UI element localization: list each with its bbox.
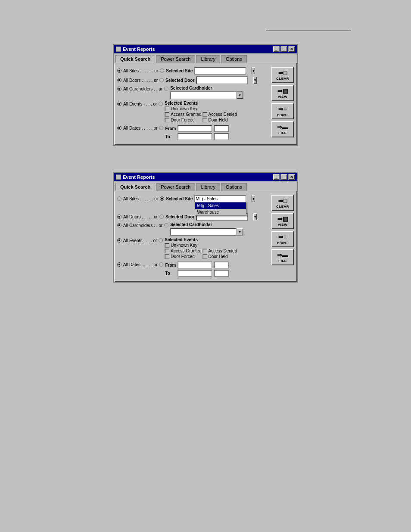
file-btn-1[interactable]: ⇒▬ FILE: [271, 121, 294, 137]
radio-selected-dates-2[interactable]: [159, 262, 163, 267]
to-date-input-1[interactable]: [177, 133, 212, 140]
door-held-label-2: Door Held: [209, 254, 228, 259]
to-time-input-1[interactable]: [214, 133, 229, 140]
cardholder-input-2[interactable]: [171, 230, 236, 234]
radio-selected-dates-1[interactable]: [159, 126, 163, 130]
clear-btn-2[interactable]: ⇒□ CLEAR: [271, 195, 294, 211]
close-btn-2[interactable]: ✕: [288, 174, 295, 180]
door-combo-arrow-1[interactable]: ▼: [253, 77, 257, 84]
view-btn-1[interactable]: ⇒▤ VIEW: [271, 85, 294, 101]
tab-power-search-2[interactable]: Power Search: [156, 183, 195, 191]
dropdown-item-mfg-sales[interactable]: Mfg - Sales: [195, 202, 246, 209]
site-input-1[interactable]: [195, 68, 251, 73]
to-date-input-2[interactable]: [177, 270, 212, 277]
maximize-btn-1[interactable]: □: [280, 46, 287, 52]
file-btn-2[interactable]: ⇒▬ FILE: [271, 249, 294, 265]
door-combo-arrow-2[interactable]: ▼: [253, 213, 257, 220]
radio-selected-cardholder-2[interactable]: [164, 223, 168, 227]
checkbox-unknown-key-2[interactable]: [165, 243, 169, 248]
radio-all-dates-1[interactable]: [117, 126, 121, 130]
tab-quick-search-1[interactable]: Quick Search: [115, 55, 155, 63]
event-reports-window-2: Event Reports _ □ ✕ Quick Search Power S…: [113, 172, 298, 283]
view-icon-2: ⇒▤: [277, 216, 288, 222]
radio-selected-events-2[interactable]: [159, 238, 163, 243]
door-combo-1[interactable]: ▼: [196, 76, 248, 84]
cardholder-combo-1[interactable]: ▼: [170, 91, 243, 99]
selected-cardholder-label-2: Selected Cardholder: [170, 222, 243, 227]
from-time-input-2[interactable]: [214, 261, 229, 268]
door-forced-label-1: Door Forced: [171, 118, 195, 122]
maximize-btn-2[interactable]: □: [280, 174, 287, 180]
all-cardholders-label-1: All Cardholders . . or: [123, 87, 162, 91]
radio-selected-door-2[interactable]: [159, 215, 164, 219]
file-label-2: FILE: [278, 259, 286, 263]
tab-power-search-1[interactable]: Power Search: [156, 55, 195, 63]
access-granted-label-2: Access Granted: [171, 249, 201, 253]
print-btn-1[interactable]: ⇒≡ PRINT: [271, 103, 294, 119]
tab-bar-1: Quick Search Power Search Library Option…: [114, 53, 297, 63]
dropdown-item-warehouse[interactable]: Warehouse: [195, 209, 246, 215]
checkbox-door-held-2[interactable]: [202, 254, 207, 259]
clear-btn-1[interactable]: ⇒□ CLEAR: [271, 67, 294, 83]
from-time-input-1[interactable]: [214, 125, 229, 132]
view-btn-2[interactable]: ⇒▤ VIEW: [271, 213, 294, 229]
radio-selected-door-1[interactable]: [159, 78, 164, 82]
radio-selected-cardholder-1[interactable]: [164, 87, 168, 91]
to-label-2: To: [165, 271, 176, 276]
window-icon-2: [116, 174, 121, 180]
close-btn-1[interactable]: ✕: [288, 46, 295, 52]
tab-library-2[interactable]: Library: [196, 183, 220, 191]
clear-label-1: CLEAR: [276, 77, 289, 81]
radio-selected-events-1[interactable]: [159, 102, 163, 106]
site-combo-2[interactable]: ▼ Mfg - Sales Warehouse: [194, 195, 246, 202]
door-input-1[interactable]: [196, 78, 253, 83]
tab-library-1[interactable]: Library: [196, 55, 220, 63]
radio-all-events-2[interactable]: [117, 238, 121, 243]
site-combo-1[interactable]: ▼: [194, 67, 246, 75]
checkbox-access-denied-1[interactable]: [202, 112, 207, 117]
radio-all-sites-2[interactable]: [117, 196, 121, 201]
window-icon-1: [116, 47, 121, 52]
unknown-key-label-1: Unknown Key: [171, 106, 197, 111]
checkbox-unknown-key-1[interactable]: [165, 106, 169, 111]
from-date-input-1[interactable]: [177, 125, 212, 132]
site-combo-arrow-2[interactable]: ▼: [251, 195, 255, 202]
radio-selected-site-2[interactable]: [160, 196, 164, 201]
print-btn-2[interactable]: ⇒≡ PRINT: [271, 231, 294, 247]
minimize-btn-2[interactable]: _: [273, 174, 280, 180]
radio-all-cardholders-1[interactable]: [117, 87, 121, 91]
all-dates-label-2: All Dates . . . . . or: [123, 262, 157, 267]
tab-options-2[interactable]: Options: [221, 183, 247, 191]
to-time-input-2[interactable]: [214, 270, 229, 277]
all-sites-label-2: All Sites . . . . . . or: [123, 196, 158, 201]
radio-all-sites-1[interactable]: [117, 68, 121, 73]
radio-selected-site-1[interactable]: [160, 68, 164, 73]
side-buttons-1: ⇒□ CLEAR ⇒▤ VIEW ⇒≡ PRINT ⇒▬ FILE: [271, 67, 294, 142]
radio-all-doors-2[interactable]: [117, 215, 121, 219]
minimize-btn-1[interactable]: _: [273, 46, 280, 52]
cardholder-input-1[interactable]: [171, 93, 236, 98]
radio-all-events-1[interactable]: [117, 102, 121, 106]
door-held-label-1: Door Held: [209, 118, 228, 122]
radio-all-dates-2[interactable]: [117, 262, 121, 267]
selected-door-label-2: Selected Door: [165, 215, 194, 219]
checkbox-access-granted-1[interactable]: [165, 112, 169, 117]
print-label-2: PRINT: [277, 241, 289, 245]
site-input-2[interactable]: [195, 196, 251, 201]
from-date-input-2[interactable]: [177, 261, 212, 268]
checkbox-door-held-1[interactable]: [202, 118, 207, 122]
all-doors-label-1: All Doors . . . . . or: [123, 78, 158, 83]
checkbox-door-forced-2[interactable]: [165, 254, 169, 259]
checkbox-door-forced-1[interactable]: [165, 118, 169, 122]
tab-options-1[interactable]: Options: [221, 55, 247, 63]
radio-all-doors-1[interactable]: [117, 78, 121, 82]
tab-quick-search-2[interactable]: Quick Search: [115, 183, 155, 191]
site-combo-arrow-1[interactable]: ▼: [251, 67, 255, 74]
cardholder-combo-arrow-1[interactable]: ▼: [236, 92, 243, 99]
cardholder-combo-2[interactable]: ▼: [170, 228, 243, 236]
cardholder-combo-arrow-2[interactable]: ▼: [236, 228, 243, 235]
checkbox-access-granted-2[interactable]: [165, 249, 169, 253]
radio-all-cardholders-2[interactable]: [117, 223, 121, 227]
site-dropdown-list-2[interactable]: Mfg - Sales Warehouse: [195, 202, 246, 216]
checkbox-access-denied-2[interactable]: [202, 249, 207, 253]
